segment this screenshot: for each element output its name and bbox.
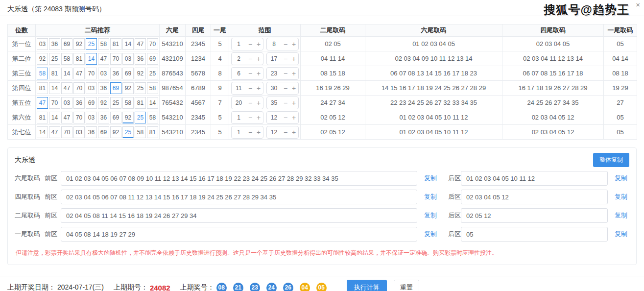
close-icon[interactable]: × <box>636 1 640 8</box>
two-code-cell[interactable]: 47 <box>135 38 146 50</box>
two-code-cell[interactable]: 47 <box>73 68 85 79</box>
two-code-cell[interactable]: 25 <box>135 112 146 123</box>
minus-icon[interactable]: − <box>246 99 255 107</box>
two-code-cell[interactable]: 92 <box>73 38 85 50</box>
two-code-cell[interactable]: 70 <box>49 97 60 109</box>
two-code-cell[interactable]: 81 <box>147 126 158 138</box>
minus-icon[interactable]: − <box>282 84 290 92</box>
two-code-cell[interactable]: 36 <box>110 68 121 79</box>
two-code-cell[interactable]: 36 <box>135 53 146 65</box>
plus-icon[interactable]: + <box>290 84 298 92</box>
back-zone-input[interactable] <box>461 171 608 186</box>
copy-back-button[interactable]: 复制 <box>615 211 627 220</box>
two-code-cell[interactable]: 92 <box>110 126 121 138</box>
two-code-cell[interactable]: 69 <box>110 82 121 94</box>
front-zone-input[interactable] <box>61 171 417 186</box>
two-code-cell[interactable]: 36 <box>98 82 109 94</box>
two-code-cell[interactable]: 03 <box>86 112 97 123</box>
two-code-cell[interactable]: 03 <box>122 53 134 65</box>
two-code-cell[interactable]: 47 <box>61 82 72 94</box>
plus-icon[interactable]: + <box>255 40 263 48</box>
plus-icon[interactable]: + <box>255 99 263 107</box>
two-code-cell[interactable]: 70 <box>73 112 85 123</box>
two-code-cell[interactable]: 14 <box>61 68 72 79</box>
copy-all-button[interactable]: 整体复制 <box>593 153 629 167</box>
minus-icon[interactable]: − <box>246 40 255 48</box>
plus-icon[interactable]: + <box>255 114 263 121</box>
copy-front-button[interactable]: 复制 <box>424 230 437 239</box>
plus-icon[interactable]: + <box>290 40 298 48</box>
plus-icon[interactable]: + <box>255 70 263 77</box>
two-code-cell[interactable]: 14 <box>147 97 158 109</box>
two-code-cell[interactable]: 03 <box>86 82 97 94</box>
two-code-cell[interactable]: 25 <box>49 53 60 65</box>
plus-icon[interactable]: + <box>255 55 263 63</box>
minus-icon[interactable]: − <box>246 128 255 136</box>
two-code-cell[interactable]: 03 <box>98 68 109 79</box>
two-code-cell[interactable]: 81 <box>110 38 121 50</box>
two-code-cell[interactable]: 92 <box>122 82 134 94</box>
plus-icon[interactable]: + <box>255 84 263 92</box>
two-code-cell[interactable]: 58 <box>98 38 109 50</box>
two-code-cell[interactable]: 14 <box>49 82 60 94</box>
two-code-cell[interactable]: 14 <box>37 126 48 138</box>
two-code-cell[interactable]: 36 <box>86 126 97 138</box>
plus-icon[interactable]: + <box>290 114 298 121</box>
minus-icon[interactable]: − <box>282 70 290 77</box>
copy-back-button[interactable]: 复制 <box>615 174 627 183</box>
two-code-cell[interactable]: 81 <box>37 112 48 123</box>
minus-icon[interactable]: − <box>246 55 255 63</box>
two-code-cell[interactable]: 03 <box>73 126 85 138</box>
two-code-cell[interactable]: 36 <box>73 97 85 109</box>
two-code-cell[interactable]: 58 <box>135 126 146 138</box>
front-zone-input[interactable] <box>61 227 417 242</box>
minus-icon[interactable]: − <box>282 128 290 136</box>
plus-icon[interactable]: + <box>255 128 263 136</box>
two-code-cell[interactable]: 81 <box>37 82 48 94</box>
two-code-cell[interactable]: 70 <box>110 53 121 65</box>
plus-icon[interactable]: + <box>290 70 298 77</box>
minus-icon[interactable]: − <box>246 114 255 121</box>
two-code-cell[interactable]: 69 <box>110 112 121 123</box>
two-code-cell[interactable]: 58 <box>122 97 134 109</box>
copy-front-button[interactable]: 复制 <box>424 174 437 183</box>
two-code-cell[interactable]: 47 <box>37 97 48 109</box>
reset-button[interactable]: 重置 <box>394 280 419 291</box>
copy-front-button[interactable]: 复制 <box>424 193 437 201</box>
two-code-cell[interactable]: 47 <box>98 53 109 65</box>
minus-icon[interactable]: − <box>246 84 255 92</box>
two-code-cell[interactable]: 47 <box>61 112 72 123</box>
minus-icon[interactable]: − <box>282 114 290 121</box>
two-code-cell[interactable]: 92 <box>135 68 146 79</box>
front-zone-input[interactable] <box>61 190 417 204</box>
two-code-cell[interactable]: 70 <box>86 68 97 79</box>
copy-back-button[interactable]: 复制 <box>615 193 627 201</box>
two-code-cell[interactable]: 92 <box>37 53 48 65</box>
two-code-cell[interactable]: 69 <box>147 53 158 65</box>
two-code-cell[interactable]: 70 <box>147 38 158 50</box>
two-code-cell[interactable]: 58 <box>147 82 158 94</box>
two-code-cell[interactable]: 03 <box>61 97 72 109</box>
two-code-cell[interactable]: 58 <box>61 53 72 65</box>
two-code-cell[interactable]: 81 <box>73 53 85 65</box>
two-code-cell[interactable]: 70 <box>73 82 85 94</box>
two-code-cell[interactable]: 70 <box>61 126 72 138</box>
two-code-cell[interactable]: 92 <box>122 112 134 123</box>
two-code-cell[interactable]: 47 <box>49 126 60 138</box>
copy-front-button[interactable]: 复制 <box>424 211 437 220</box>
two-code-cell[interactable]: 25 <box>147 68 158 79</box>
two-code-cell[interactable]: 69 <box>122 68 134 79</box>
two-code-cell[interactable]: 69 <box>86 97 97 109</box>
two-code-cell[interactable]: 14 <box>49 112 60 123</box>
two-code-cell[interactable]: 92 <box>98 97 109 109</box>
minus-icon[interactable]: − <box>246 70 255 77</box>
two-code-cell[interactable]: 25 <box>122 126 134 138</box>
minus-icon[interactable]: − <box>282 55 290 63</box>
two-code-cell[interactable]: 14 <box>122 38 134 50</box>
two-code-cell[interactable]: 58 <box>37 68 48 79</box>
copy-back-button[interactable]: 复制 <box>615 230 627 239</box>
back-zone-input[interactable] <box>461 227 608 242</box>
two-code-cell[interactable]: 69 <box>98 126 109 138</box>
two-code-cell[interactable]: 03 <box>37 38 48 50</box>
two-code-cell[interactable]: 25 <box>135 82 146 94</box>
